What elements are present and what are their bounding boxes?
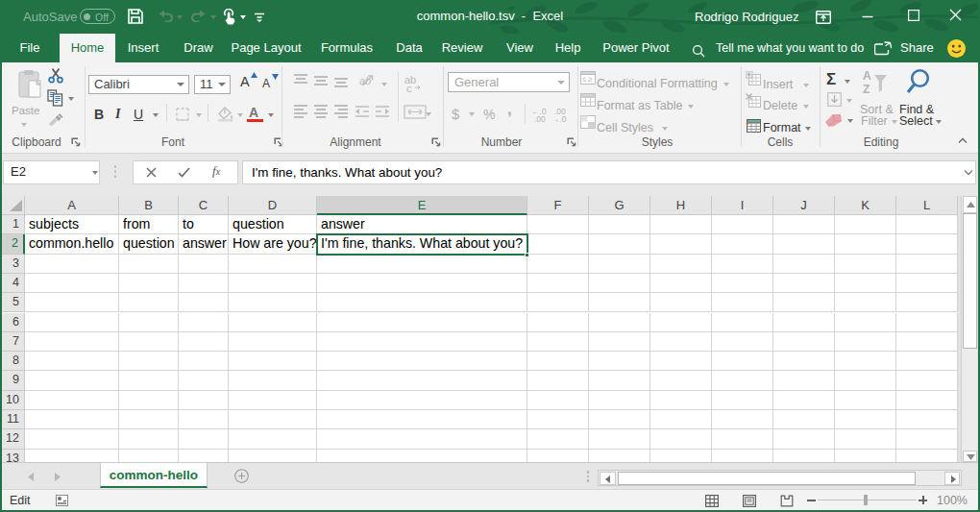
svg-text:A: A [863, 69, 871, 83]
svg-text:→.0: →.0 [551, 114, 567, 122]
svg-text:Z: Z [863, 83, 870, 96]
svg-text:≥: ≥ [588, 75, 593, 84]
svg-text:c: c [406, 83, 412, 94]
svg-text:≤: ≤ [582, 75, 587, 84]
svg-text:.00: .00 [534, 114, 546, 122]
svg-text:ab: ab [359, 75, 371, 86]
